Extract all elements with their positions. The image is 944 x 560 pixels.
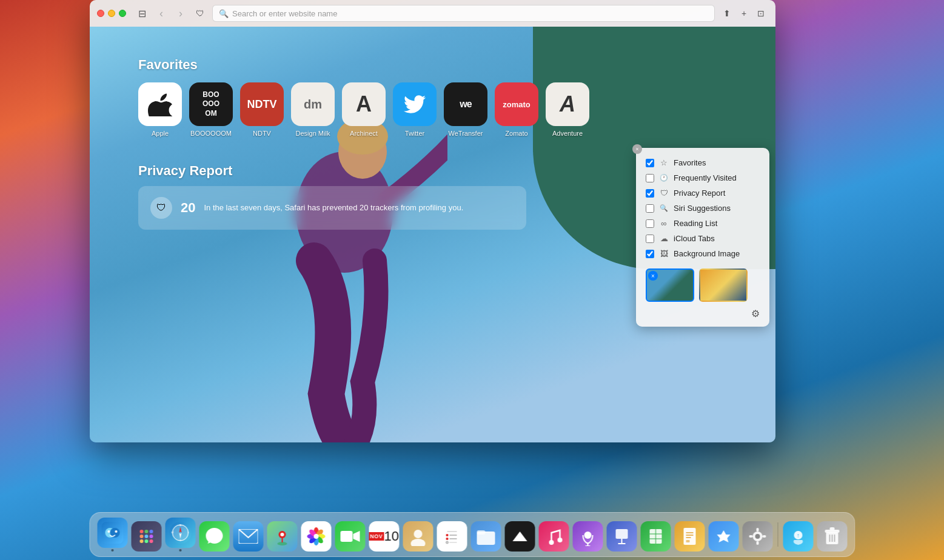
customize-option-icloud-tabs[interactable]: ☁ iCloud Tabs xyxy=(643,231,762,246)
fav-item-apple[interactable]: Apple xyxy=(138,82,182,138)
background-image-icon: 🖼 xyxy=(659,249,669,258)
dock-item-mail[interactable] xyxy=(233,521,263,552)
minimize-button[interactable] xyxy=(108,10,115,17)
privacy-shield-icon: 🛡 xyxy=(193,6,207,21)
dock-icon-mail xyxy=(233,521,263,552)
tab-overview-button[interactable]: ⊡ xyxy=(754,6,768,21)
siri-suggestions-label: Siri Suggestions xyxy=(674,204,731,213)
svg-point-71 xyxy=(755,534,760,539)
customize-option-privacy-report[interactable]: 🛡 Privacy Report xyxy=(643,185,762,201)
svg-point-39 xyxy=(313,534,318,539)
background-image-checkbox[interactable] xyxy=(646,250,654,258)
dock-icon-keynote xyxy=(606,521,637,552)
customize-option-favorites[interactable]: ☆ Favorites xyxy=(643,155,762,170)
dock-icon-maps xyxy=(267,521,297,552)
svg-point-29 xyxy=(280,533,284,536)
frequently-visited-checkbox[interactable] xyxy=(646,174,654,182)
customize-panel: × ☆ Favorites 🕐 Frequently Visited 🛡 Pri… xyxy=(636,148,769,327)
privacy-report-checkbox[interactable] xyxy=(646,189,654,198)
fav-icon-ndtv: NDTV xyxy=(240,82,284,126)
dock-item-keynote[interactable] xyxy=(606,521,637,552)
dock-item-pages[interactable] xyxy=(674,521,705,552)
svg-rect-52 xyxy=(477,530,485,535)
dock-item-facetime[interactable] xyxy=(335,521,365,552)
dock: N S W E xyxy=(89,512,855,557)
dock-item-music[interactable] xyxy=(538,521,569,552)
fav-item-boooom[interactable]: BOOOOOOM BOOOOOOM xyxy=(189,82,233,138)
svg-point-45 xyxy=(446,534,448,536)
fav-item-ndtv[interactable]: NDTV NDTV xyxy=(240,82,284,138)
dock-item-launchpad[interactable] xyxy=(131,521,161,552)
siri-suggestions-checkbox[interactable] xyxy=(646,204,654,213)
address-bar[interactable]: 🔍 Search or enter website name xyxy=(212,5,715,22)
dock-item-contacts[interactable] xyxy=(403,521,433,552)
traffic-lights xyxy=(97,10,126,17)
dock-item-syspreferences[interactable] xyxy=(742,521,772,552)
dock-separator xyxy=(777,522,778,547)
dock-item-photos[interactable] xyxy=(301,521,331,552)
fav-icon-archinect: A xyxy=(342,82,386,126)
fav-item-zomato[interactable]: zomato Zomato xyxy=(495,82,538,138)
customize-panel-close[interactable]: × xyxy=(632,144,642,154)
dock-icon-numbers xyxy=(640,521,671,552)
person-figure xyxy=(241,91,447,442)
favorites-checkbox[interactable] xyxy=(646,159,654,167)
customize-option-background-image[interactable]: 🖼 Background Image xyxy=(643,246,762,261)
bg-thumb-1[interactable]: × xyxy=(646,268,694,302)
fav-item-designmilk[interactable]: dm Design Milk xyxy=(291,82,335,138)
fav-icon-twitter xyxy=(393,82,437,126)
privacy-report-option-icon: 🛡 xyxy=(659,188,669,198)
reading-list-checkbox[interactable] xyxy=(646,219,654,228)
back-button[interactable]: ‹ xyxy=(154,6,169,21)
bg-thumb-selected-indicator: × xyxy=(648,271,658,281)
fav-item-wetransfer[interactable]: we WeTransfer xyxy=(444,82,487,138)
dock-item-maps[interactable] xyxy=(267,521,297,552)
share-button[interactable]: ⬆ xyxy=(720,6,734,21)
fullscreen-button[interactable] xyxy=(119,10,126,17)
new-tab-button[interactable]: + xyxy=(737,6,751,21)
fav-label-boooom: BOOOOOOM xyxy=(190,130,232,138)
dock-icon-pages xyxy=(674,521,705,552)
fav-item-adventure[interactable]: A Adventure xyxy=(546,82,589,138)
dock-item-finder[interactable] xyxy=(97,518,127,552)
customize-option-frequently-visited[interactable]: 🕐 Frequently Visited xyxy=(643,170,762,185)
customize-option-reading-list[interactable]: ∞ Reading List xyxy=(643,216,762,231)
dock-item-safari[interactable]: N S W E xyxy=(165,518,195,552)
reading-list-label: Reading List xyxy=(674,219,717,228)
icloud-tabs-checkbox[interactable] xyxy=(646,235,654,243)
fav-label-wetransfer: WeTransfer xyxy=(449,130,483,138)
dock-item-numbers[interactable] xyxy=(640,521,671,552)
svg-point-54 xyxy=(557,538,562,542)
customize-settings-button[interactable]: ⚙ xyxy=(751,308,760,319)
dock-icon-safari: N S W E xyxy=(165,518,195,548)
svg-point-9 xyxy=(144,530,148,533)
dock-icon-syspreferences xyxy=(742,521,772,552)
fav-item-twitter[interactable]: Twitter xyxy=(393,82,437,138)
icloud-tabs-icon: ☁ xyxy=(659,234,669,243)
favorites-title: Favorites xyxy=(138,57,589,73)
dock-item-reminders[interactable] xyxy=(437,521,467,552)
sidebar-toggle-button[interactable]: ⊟ xyxy=(135,6,149,21)
svg-rect-65 xyxy=(683,528,695,545)
dock-icon-photos xyxy=(301,521,331,552)
fav-label-designmilk: Design Milk xyxy=(296,130,330,138)
dock-item-messages[interactable] xyxy=(199,521,229,552)
svg-point-55 xyxy=(584,532,591,539)
dock-item-podcasts[interactable] xyxy=(572,521,603,552)
bg-thumb-2[interactable] xyxy=(699,268,748,302)
dock-item-appletv[interactable] xyxy=(504,521,535,552)
svg-point-15 xyxy=(144,539,148,543)
close-button[interactable] xyxy=(97,10,104,17)
privacy-report-card[interactable]: 🛡 20 In the last seven days, Safari has … xyxy=(138,186,526,230)
dock-item-files[interactable] xyxy=(470,521,501,552)
svg-point-11 xyxy=(139,535,143,538)
fav-item-archinect[interactable]: A Archinect xyxy=(342,82,386,138)
forward-button[interactable]: › xyxy=(173,6,188,21)
dock-item-trash[interactable] xyxy=(817,521,847,552)
svg-point-14 xyxy=(139,539,143,543)
dock-item-airdrop[interactable]: ↑ xyxy=(783,521,813,552)
dock-item-calendar[interactable]: NOV 10 xyxy=(369,521,399,552)
svg-point-42 xyxy=(413,530,422,538)
dock-item-appstore[interactable] xyxy=(708,521,738,552)
customize-option-siri-suggestions[interactable]: 🔍 Siri Suggestions xyxy=(643,201,762,216)
